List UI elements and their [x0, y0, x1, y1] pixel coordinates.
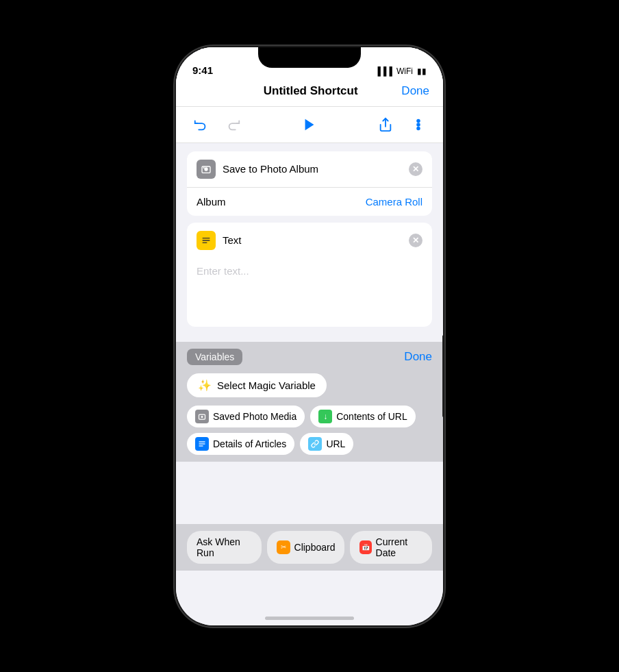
svg-point-5 [204, 167, 207, 171]
share-button[interactable] [375, 114, 396, 136]
chip-saved-photo[interactable]: Saved Photo Media [187, 406, 305, 427]
nav-done-button[interactable]: Done [401, 84, 429, 98]
chip-saved-photo-label: Saved Photo Media [213, 411, 296, 422]
text-title: Text [223, 234, 242, 246]
chip-contents-url-label: Contents of URL [336, 411, 407, 422]
save-to-photo-close[interactable]: ✕ [409, 162, 422, 176]
battery-icon: ▮▮ [417, 66, 427, 76]
svg-point-7 [203, 167, 205, 169]
status-time: 9:41 [192, 64, 213, 76]
svg-point-2 [417, 119, 420, 122]
chip-ask-when-run[interactable]: Ask When Run [187, 531, 262, 564]
text-close[interactable]: ✕ [409, 234, 422, 247]
chip-photo-icon [195, 410, 209, 423]
chip-url[interactable]: URL [300, 433, 353, 455]
chip-current-date[interactable]: 📅 Current Date [350, 531, 432, 564]
chip-articles-icon [195, 437, 209, 451]
text-block: Text ✕ Enter text... [187, 223, 432, 327]
settings-button[interactable] [407, 114, 429, 136]
variable-chips: Saved Photo Media ↓ Contents of URL [187, 406, 432, 455]
chip-url-icon: ↓ [318, 410, 332, 423]
text-header: Text ✕ [187, 223, 432, 258]
svg-point-4 [417, 127, 420, 129]
magic-wand-icon: ✨ [198, 379, 212, 392]
save-to-photo-icon [197, 160, 216, 179]
svg-point-12 [201, 416, 203, 418]
text-icon-title: Text [197, 231, 242, 250]
chip-url-label: URL [326, 438, 345, 449]
signal-icon: ▐▐▐ [375, 66, 392, 76]
redo-button[interactable] [223, 114, 244, 136]
close-icon: ✕ [412, 164, 419, 174]
toolbar [176, 107, 443, 143]
chip-clipboard-label: Clipboard [294, 542, 336, 553]
play-button[interactable] [299, 114, 320, 136]
wifi-icon: WiFi [396, 66, 413, 76]
chip-clipboard[interactable]: ✂ Clipboard [267, 531, 345, 564]
save-to-photo-block: Save to Photo Album ✕ Album Camera Roll [187, 151, 432, 216]
variables-panel: Variables Done ✨ Select Magic Variable S [176, 342, 443, 462]
variables-header: Variables Done [187, 349, 432, 365]
chip-current-date-label: Current Date [376, 536, 422, 558]
chip-contents-url[interactable]: ↓ Contents of URL [310, 406, 416, 427]
svg-point-3 [417, 123, 420, 126]
toolbar-left [190, 114, 244, 136]
actions-container: Save to Photo Album ✕ Album Camera Roll [176, 143, 443, 342]
notch [258, 47, 361, 68]
undo-button[interactable] [190, 114, 212, 136]
magic-variable-label: Select Magic Variable [217, 379, 316, 391]
save-to-photo-title: Save to Photo Album [223, 163, 318, 175]
chip-date-icon: 📅 [359, 540, 371, 554]
text-input-area[interactable]: Enter text... [187, 258, 432, 327]
album-value[interactable]: Camera Roll [366, 196, 422, 208]
variables-title-button[interactable]: Variables [187, 349, 242, 365]
status-icons: ▐▐▐ WiFi ▮▮ [375, 66, 427, 76]
chip-url-link-icon [308, 437, 322, 451]
phone-frame: 9:41 ▐▐▐ WiFi ▮▮ Untitled Shortcut Done [176, 47, 443, 625]
home-indicator [265, 617, 354, 620]
screen: 9:41 ▐▐▐ WiFi ▮▮ Untitled Shortcut Done [176, 47, 443, 625]
svg-marker-0 [305, 119, 314, 130]
text-icon [197, 231, 216, 250]
save-to-photo-header: Save to Photo Album ✕ [187, 151, 432, 187]
side-bracket [442, 335, 443, 417]
close-icon: ✕ [412, 236, 419, 245]
text-placeholder: Enter text... [197, 265, 249, 277]
variables-done-button[interactable]: Done [404, 350, 432, 364]
chip-ask-label: Ask When Run [197, 536, 252, 558]
magic-variable-button[interactable]: ✨ Select Magic Variable [187, 373, 327, 397]
album-label: Album [197, 196, 226, 208]
chip-details-articles[interactable]: Details of Articles [187, 433, 294, 455]
toolbar-right [375, 114, 429, 136]
chip-clipboard-icon: ✂ [277, 540, 290, 554]
nav-title: Untitled Shortcut [264, 84, 358, 98]
save-to-photo-icon-title: Save to Photo Album [197, 160, 318, 179]
chip-details-articles-label: Details of Articles [213, 438, 286, 449]
bottom-chips: Ask When Run ✂ Clipboard 📅 Current Date [176, 524, 443, 571]
album-row[interactable]: Album Camera Roll [187, 187, 432, 216]
